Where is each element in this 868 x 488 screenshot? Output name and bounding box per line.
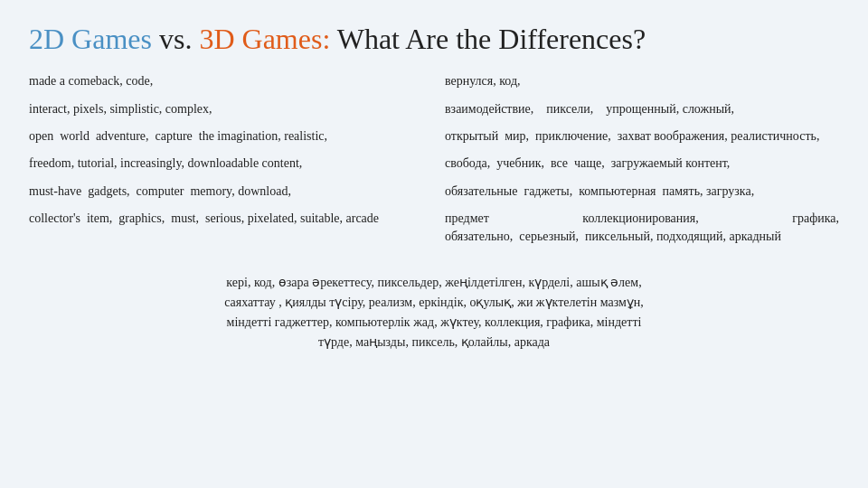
right-column: вернулся, код, взаимодействие, пиксели, … <box>445 72 839 255</box>
right-entry-5: обязательные гаджеты, компьютерная памят… <box>445 183 839 201</box>
list-item: вернулся, код, <box>445 72 839 90</box>
left-entry-1: made a comeback, code, <box>29 72 423 90</box>
list-item: open world adventure, capture the imagin… <box>29 127 423 145</box>
right-entry-2: взаимодействие, пиксели, упрощенный, сло… <box>445 100 839 118</box>
bottom-text: кері, код, өзара әрекеттесу, пиксельдер,… <box>29 273 839 352</box>
left-entry-6: collector's item, graphics, must, seriou… <box>29 210 423 228</box>
bottom-section: кері, код, өзара әрекеттесу, пиксельдер,… <box>29 267 839 352</box>
left-entry-2: interact, pixels, simplistic, complex, <box>29 100 423 118</box>
list-item: made a comeback, code, <box>29 72 423 90</box>
left-column: made a comeback, code, interact, pixels,… <box>29 72 423 255</box>
title-2d: 2D Games <box>29 23 152 55</box>
main-columns: made a comeback, code, interact, pixels,… <box>29 72 839 255</box>
list-item: обязательные гаджеты, компьютерная памят… <box>445 183 839 201</box>
page: 2D Games vs. 3D Games: What Are the Diff… <box>0 0 868 488</box>
list-item: interact, pixels, simplistic, complex, <box>29 100 423 118</box>
list-item: взаимодействие, пиксели, упрощенный, сло… <box>445 100 839 118</box>
list-item: предмет коллекционирования, графика, обя… <box>445 210 839 247</box>
title-separator1: vs. <box>152 23 199 55</box>
right-entry-6: предмет коллекционирования, графика, обя… <box>445 210 839 247</box>
page-title: 2D Games vs. 3D Games: What Are the Diff… <box>29 22 839 56</box>
list-item: свобода, учебник, все чаще, загружаемый … <box>445 155 839 173</box>
left-entry-5: must-have gadgets, computer memory, down… <box>29 183 423 201</box>
list-item: открытый мир, приключение, захват вообра… <box>445 127 839 145</box>
right-entry-3: открытый мир, приключение, захват вообра… <box>445 127 839 145</box>
title-rest: What Are the Differences? <box>330 23 646 55</box>
list-item: must-have gadgets, computer memory, down… <box>29 183 423 201</box>
title-3d: 3D Games: <box>199 23 330 55</box>
left-entry-4: freedom, tutorial, increasingly, downloa… <box>29 155 423 173</box>
left-entry-3: open world adventure, capture the imagin… <box>29 127 423 145</box>
right-entry-4: свобода, учебник, все чаще, загружаемый … <box>445 155 839 173</box>
list-item: freedom, tutorial, increasingly, downloa… <box>29 155 423 173</box>
right-entry-1: вернулся, код, <box>445 72 839 90</box>
list-item: collector's item, graphics, must, seriou… <box>29 210 423 228</box>
